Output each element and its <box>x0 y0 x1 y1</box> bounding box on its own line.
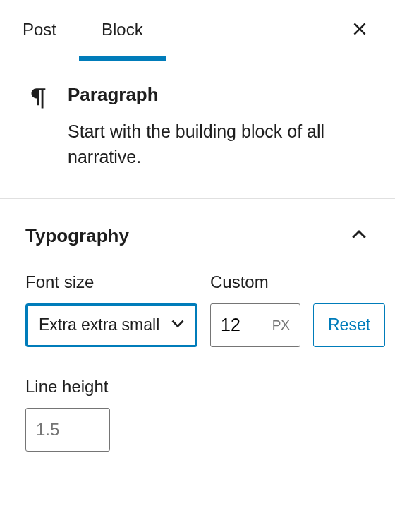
paragraph-icon <box>25 84 51 170</box>
block-info: Paragraph Start with the building block … <box>0 61 395 199</box>
custom-size-unit: PX <box>272 318 290 333</box>
font-size-controls: Font size Extra extra small Custom PX Re… <box>25 272 370 347</box>
custom-size-label: Custom <box>210 272 300 292</box>
line-height-input[interactable] <box>36 420 99 440</box>
reset-group: Reset <box>313 303 385 347</box>
typography-panel: Typography Font size Extra extra small C… <box>0 199 395 480</box>
line-height-group: Line height <box>25 377 370 452</box>
inspector-tabs: Post Block <box>0 0 346 61</box>
close-icon <box>351 20 369 41</box>
block-description: Start with the building block of all nar… <box>68 119 370 170</box>
tab-block[interactable]: Block <box>79 0 166 61</box>
chevron-down-icon <box>169 314 187 337</box>
custom-size-group: Custom PX <box>210 272 300 347</box>
font-size-label: Font size <box>25 272 198 292</box>
close-button[interactable] <box>346 16 374 44</box>
reset-button[interactable]: Reset <box>313 303 385 347</box>
block-info-text: Paragraph Start with the building block … <box>68 84 370 170</box>
font-size-selected-value: Extra extra small <box>39 315 159 334</box>
typography-panel-toggle[interactable]: Typography <box>25 217 370 272</box>
tab-post[interactable]: Post <box>0 0 79 61</box>
line-height-label: Line height <box>25 377 370 397</box>
custom-size-input-wrap[interactable]: PX <box>210 303 300 347</box>
custom-size-input[interactable] <box>221 315 257 335</box>
typography-panel-title: Typography <box>25 225 129 247</box>
block-title: Paragraph <box>68 84 370 106</box>
font-size-group: Font size Extra extra small <box>25 272 198 347</box>
line-height-input-wrap[interactable] <box>25 408 110 452</box>
inspector-tabs-row: Post Block <box>0 0 395 61</box>
chevron-up-icon <box>348 224 370 248</box>
font-size-select[interactable]: Extra extra small <box>25 303 198 347</box>
